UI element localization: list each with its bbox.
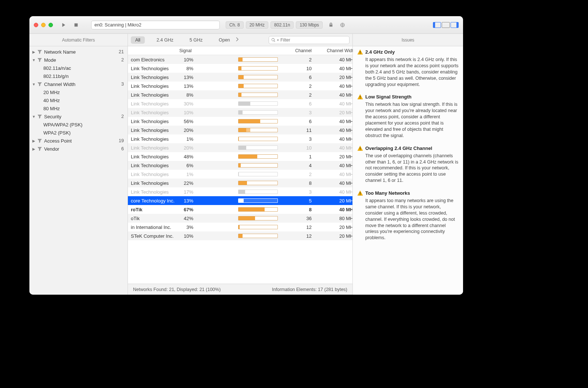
filter-group-access-point[interactable]: ▶Access Point19: [29, 137, 128, 145]
cell-signal: 17%: [179, 189, 238, 195]
network-row[interactable]: Link Technologies56%640 MHz: [128, 117, 352, 126]
segment-5-ghz[interactable]: 5 GHz: [185, 36, 207, 44]
filter-search-field[interactable]: ▾: [269, 36, 349, 44]
filter-group-count: 19: [119, 138, 124, 143]
network-row[interactable]: Link Technologies8%240 MHz: [128, 90, 352, 99]
filter-group-label: Vendor: [44, 146, 121, 152]
cell-width: 40 MHz: [323, 127, 352, 133]
signal-bar: [238, 57, 282, 62]
network-row[interactable]: Link Technologies8%1040 MHz: [128, 64, 352, 73]
chevron-right-icon[interactable]: [235, 37, 239, 43]
network-row[interactable]: Link Technologies1%340 MHz: [128, 134, 352, 143]
networks-panel: All2.4 GHz5 GHzOpen ▾ Signal Channel Cha…: [128, 34, 353, 295]
signal-bar: [238, 75, 282, 79]
cell-signal: 8%: [179, 66, 238, 71]
issue-item: Too Many NetworksIt appears too many net…: [357, 190, 459, 241]
issue-title: Overlapping 2.4 GHz Channel: [365, 146, 432, 151]
filter-value[interactable]: 802.11a/n/ac: [29, 64, 128, 72]
network-row[interactable]: Link Technologies30%640 MHz: [128, 99, 352, 108]
filter-group-count: 6: [121, 146, 124, 151]
filter-group-label: Access Point: [44, 138, 119, 144]
cell-signal: 22%: [179, 180, 238, 186]
play-button[interactable]: [59, 21, 68, 29]
filter-input[interactable]: [280, 37, 347, 43]
network-row[interactable]: Link Technologies20%1140 MHz: [128, 126, 352, 134]
filter-group-vendor[interactable]: ▶Vendor6: [29, 145, 128, 153]
funnel-icon: [37, 49, 43, 55]
filter-group-network-name[interactable]: ▶Network Name21: [29, 48, 128, 56]
segment-open[interactable]: Open: [214, 36, 234, 44]
show-bottom-panel-button[interactable]: [442, 22, 450, 28]
cell-signal: 3%: [179, 224, 238, 230]
filter-value[interactable]: WPA/WPA2 (PSK): [29, 121, 128, 129]
network-row[interactable]: Link Technologies20%1040 MHz: [128, 143, 352, 152]
issues-list: 2.4 GHz OnlyIt appears this network is 2…: [353, 46, 463, 295]
filter-value[interactable]: WPA2 (PSK): [29, 129, 128, 137]
network-row[interactable]: Link Technologies17%340 MHz: [128, 187, 352, 196]
column-header-signal[interactable]: Signal: [179, 48, 238, 53]
signal-bar: [238, 163, 282, 168]
cell-width: 20 MHz: [323, 110, 352, 115]
scan-status-text: en0: Scanning | Mikro2: [94, 22, 141, 28]
filter-value[interactable]: 802.11b/g/n: [29, 72, 128, 80]
minimize-window-button[interactable]: [41, 23, 46, 27]
filter-group-channel-width[interactable]: ▼Channel Width3: [29, 80, 128, 88]
cell-vendor: Link Technologies: [128, 127, 179, 133]
network-row[interactable]: Link Technologies48%120 MHz: [128, 152, 352, 161]
disclosure-triangle-icon[interactable]: ▶: [32, 50, 36, 54]
network-row[interactable]: Link Technologies1%240 MHz: [128, 170, 352, 179]
network-row[interactable]: STeK Computer Inc.10%1220 MHz: [128, 231, 352, 240]
disclosure-triangle-icon[interactable]: ▶: [32, 147, 36, 151]
filter-group-count: 2: [121, 57, 124, 62]
network-row[interactable]: Link Technologies10%320 MHz: [128, 108, 352, 117]
svg-rect-3: [360, 53, 361, 54]
cell-width: 40 MHz: [323, 66, 352, 71]
column-header-channel[interactable]: Channel: [282, 48, 323, 53]
segment-2-4-ghz[interactable]: 2.4 GHz: [152, 36, 178, 44]
network-row[interactable]: com Electronics10%240 MHz: [128, 55, 352, 64]
chevron-down-icon[interactable]: ▾: [277, 38, 279, 42]
cell-vendor: Link Technologies: [128, 83, 179, 89]
cell-signal: 10%: [179, 233, 238, 239]
network-row[interactable]: roTik67%840 MHz: [128, 205, 352, 214]
disclosure-triangle-icon[interactable]: ▶: [32, 139, 36, 143]
cell-vendor: Link Technologies: [128, 154, 179, 159]
filter-group-mode[interactable]: ▼Mode2: [29, 56, 128, 64]
signal-bar: [238, 128, 282, 132]
show-left-sidebar-button[interactable]: [433, 22, 441, 28]
filter-value[interactable]: 20 MHz: [29, 88, 128, 96]
disclosure-triangle-icon[interactable]: ▼: [32, 115, 36, 119]
filter-value[interactable]: 40 MHz: [29, 96, 128, 104]
close-window-button[interactable]: [34, 23, 38, 27]
signal-bar: [238, 93, 282, 97]
funnel-icon: [37, 57, 43, 63]
show-right-sidebar-button[interactable]: [451, 22, 459, 28]
network-row[interactable]: Link Technologies13%240 MHz: [128, 82, 352, 90]
cell-channel: 4: [282, 163, 323, 168]
titlebar: en0: Scanning | Mikro2 Ch. 8 20 MHz 802.…: [29, 16, 463, 34]
network-row[interactable]: Link Technologies6%440 MHz: [128, 161, 352, 170]
disclosure-triangle-icon[interactable]: ▼: [32, 82, 36, 86]
cell-channel: 6: [282, 119, 323, 124]
cell-signal: 48%: [179, 154, 238, 159]
network-row[interactable]: core Technology Inc.13%520 MHz: [128, 196, 352, 205]
signal-bar: [238, 198, 282, 203]
network-row[interactable]: Link Technologies13%620 MHz: [128, 73, 352, 82]
stop-button[interactable]: [71, 21, 81, 29]
zoom-window-button[interactable]: [49, 23, 53, 27]
network-row[interactable]: Link Technologies22%840 MHz: [128, 179, 352, 187]
cell-channel: 10: [282, 66, 323, 71]
cell-width: 40 MHz: [323, 145, 352, 151]
cell-width: 80 MHz: [323, 216, 352, 221]
signal-bar: [238, 137, 282, 141]
segment-all[interactable]: All: [131, 36, 145, 44]
app-window: en0: Scanning | Mikro2 Ch. 8 20 MHz 802.…: [29, 16, 463, 295]
filter-group-security[interactable]: ▼Security2: [29, 112, 128, 121]
cell-width: 20 MHz: [323, 198, 352, 204]
filter-value[interactable]: 80 MHz: [29, 104, 128, 112]
disclosure-triangle-icon[interactable]: ▼: [32, 58, 36, 62]
network-row[interactable]: oTik42%3680 MHz: [128, 214, 352, 223]
issue-title: Low Signal Strength: [365, 94, 412, 100]
network-row[interactable]: in International Inc.3%1220 MHz: [128, 223, 352, 231]
warning-icon: [357, 49, 363, 55]
